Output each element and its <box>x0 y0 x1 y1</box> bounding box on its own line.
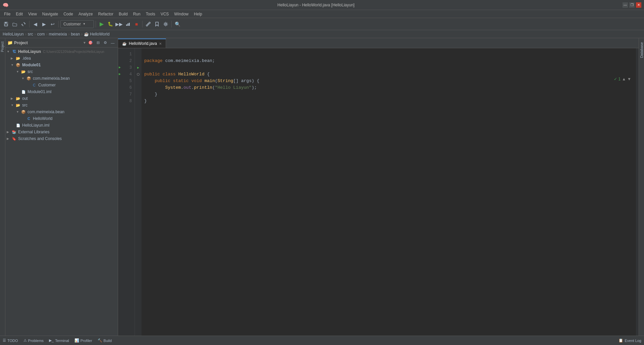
run-config-dropdown[interactable]: Customer ▼ <box>60 20 94 28</box>
tree-item-helloliayuniml[interactable]: ▶ 📄 HelloLiayun.iml <box>5 122 118 129</box>
gutter-4[interactable] <box>135 71 142 78</box>
event-log-icon: 📋 <box>619 338 623 343</box>
app-icon: 🧠 <box>3 2 8 8</box>
code-gutter: ▶ <box>135 48 142 336</box>
tree-item-src2[interactable]: ▼ 📂 src <box>5 102 118 109</box>
tree-arrow-com-bean2: ▼ <box>16 110 21 114</box>
tree-arrow-module01: ▼ <box>11 63 15 67</box>
search-button[interactable]: 🔍 <box>173 20 181 28</box>
bottom-profiler[interactable]: 📊 Profiler <box>74 338 92 343</box>
tree-item-helloworld[interactable]: ▶ C HelloWorld <box>5 115 118 122</box>
svg-marker-3 <box>24 23 25 24</box>
profiler-icon: 📊 <box>74 338 79 343</box>
run-config-label: Customer <box>63 22 81 26</box>
tab-close-button[interactable]: ✕ <box>159 42 162 46</box>
bottom-todo[interactable]: ☰ TODO <box>3 338 18 343</box>
debug-button[interactable]: 🐛 <box>106 20 114 28</box>
bottom-problems[interactable]: ⚠ Problems <box>23 338 44 343</box>
svg-marker-10 <box>156 22 158 26</box>
project-panel-header: 📁 Project ▼ 🎯 ⊟ ⚙ — <box>5 38 118 48</box>
menu-code[interactable]: Code <box>61 11 76 17</box>
tree-item-com-bean2[interactable]: ▼ 📦 com.meimeixia.bean <box>5 109 118 115</box>
tree-item-extlibs[interactable]: ▶ 📚 External Libraries <box>5 129 118 135</box>
sync-button[interactable] <box>19 20 28 28</box>
tree-item-idea[interactable]: ▶ 📂 .idea <box>5 55 118 62</box>
bookmark-button[interactable] <box>153 20 161 28</box>
menu-window[interactable]: Window <box>171 11 191 17</box>
git-button[interactable] <box>144 20 152 28</box>
debug-dot-4[interactable] <box>137 73 140 76</box>
scroll-indicator[interactable] <box>636 48 639 336</box>
customer-java-icon: C <box>32 82 37 88</box>
menu-refactor[interactable]: Refactor <box>96 11 116 17</box>
settings-button[interactable] <box>162 20 170 28</box>
menu-help[interactable]: Help <box>191 11 205 17</box>
menu-edit[interactable]: Edit <box>13 11 25 17</box>
run-button[interactable]: ▶ <box>98 20 106 28</box>
profile-button[interactable] <box>124 20 132 28</box>
run-with-coverage-button[interactable]: ▶▶ <box>115 20 123 28</box>
helloliayuniml-icon: 📄 <box>15 123 21 128</box>
back-button[interactable]: ◀ <box>31 20 39 28</box>
run-arrow-3[interactable]: ▶ <box>119 64 121 71</box>
breadcrumb-helloliayun[interactable]: HelloLiayun <box>3 32 24 37</box>
menu-vcs[interactable]: VCS <box>158 11 172 17</box>
bottom-terminal[interactable]: ▶_ Terminal <box>49 338 69 343</box>
save-button[interactable] <box>2 20 10 28</box>
panel-close-button[interactable]: — <box>110 40 116 46</box>
gutter-3[interactable]: ▶ <box>135 64 142 71</box>
menu-analyze[interactable]: Analyze <box>76 11 96 17</box>
tree-label-com-bean2: com.meimeixia.bean <box>28 110 64 114</box>
stop-button[interactable]: ■ <box>132 20 141 28</box>
scroll-arrow-down[interactable]: ▼ <box>627 77 631 81</box>
bottom-event-log[interactable]: 📋 Event Log <box>619 338 641 343</box>
tree-item-helloliayun[interactable]: ▼ 🏗 HelloLiayun C:\Users\32120\IdeaProje… <box>5 48 118 55</box>
collapse-all-button[interactable]: ⊟ <box>95 40 101 46</box>
menu-build[interactable]: Build <box>116 11 130 17</box>
menu-file[interactable]: File <box>1 11 13 17</box>
close-button[interactable]: ✕ <box>636 2 641 8</box>
breadcrumb-helloworld[interactable]: ☕HelloWorld <box>84 32 109 37</box>
breadcrumb-src[interactable]: src <box>28 32 33 37</box>
line-numbers: 1 2 ▶ 3 ▶ 4 5 6 7 8 <box>118 48 135 336</box>
code-editor[interactable]: 1 2 ▶ 3 ▶ 4 5 6 7 8 ▶ <box>118 48 639 336</box>
menu-tools[interactable]: Tools <box>143 11 158 17</box>
tab-helloworld-java[interactable]: ☕ HelloWorld.java ✕ <box>118 39 166 48</box>
tree-arrow-helloliayun: ▼ <box>7 50 11 53</box>
undo-button[interactable]: ↩ <box>49 20 57 28</box>
extlibs-icon: 📚 <box>11 129 17 135</box>
locate-in-project-button[interactable]: 🎯 <box>88 40 94 46</box>
database-tab[interactable]: Database <box>639 40 644 61</box>
maximize-button[interactable]: ❐ <box>629 2 635 8</box>
tree-item-module01[interactable]: ▼ 📦 Module01 <box>5 62 118 68</box>
tree-item-com-bean1[interactable]: ▼ 📦 com.meimeixia.bean <box>5 75 118 82</box>
minimize-button[interactable]: — <box>623 2 628 8</box>
scroll-arrow-up[interactable]: ▲ <box>622 77 626 81</box>
menu-navigate[interactable]: Navigate <box>40 11 61 17</box>
tree-label-src2: src <box>22 103 28 108</box>
scratches-icon: 🔖 <box>11 136 17 141</box>
tree-item-scratches[interactable]: ▶ 🔖 Scratches and Consoles <box>5 135 118 142</box>
gutter-8 <box>135 98 142 105</box>
panel-settings-button[interactable]: ⚙ <box>102 40 108 46</box>
main-area: Project 📁 Project ▼ 🎯 ⊟ ⚙ — ▼ 🏗 HelloLia… <box>0 38 644 336</box>
breadcrumb-com[interactable]: com <box>37 32 45 37</box>
tree-item-customer[interactable]: ▶ C Customer <box>5 82 118 88</box>
breadcrumb-meimeixia[interactable]: meimeixia <box>49 32 67 37</box>
tree-item-out[interactable]: ▶ 📂 out <box>5 95 118 102</box>
menu-view[interactable]: View <box>25 11 40 17</box>
menu-run[interactable]: Run <box>130 11 143 17</box>
code-content[interactable]: package com.meimeixia.bean; public class… <box>142 48 636 336</box>
bottom-build[interactable]: 🔨 Build <box>98 338 112 343</box>
src2-folder-icon: 📂 <box>15 102 21 108</box>
forward-button[interactable]: ▶ <box>40 20 48 28</box>
project-tab-vertical[interactable]: Project <box>0 40 5 54</box>
breadcrumb-bean[interactable]: bean <box>71 32 80 37</box>
tree-item-module01iml[interactable]: ▶ 📄 Module01.iml <box>5 88 118 95</box>
open-button[interactable] <box>11 20 19 28</box>
tree-item-src1[interactable]: ▼ 📂 src <box>5 68 118 75</box>
run-arrow-4[interactable]: ▶ <box>119 71 121 78</box>
svg-point-11 <box>165 23 167 25</box>
problems-label: Problems <box>28 339 44 343</box>
project-folder-icon: 📁 <box>7 40 13 45</box>
